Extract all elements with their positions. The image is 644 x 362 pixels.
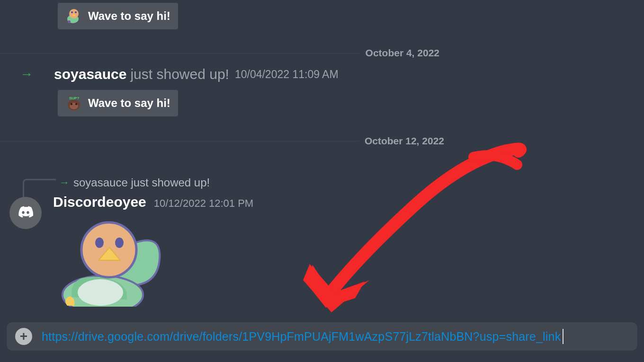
message-input-bar[interactable]: + https://drive.google.com/drive/folders… bbox=[7, 322, 637, 351]
date-divider: October 12, 2022 bbox=[0, 135, 644, 147]
svg-point-14 bbox=[95, 238, 104, 248]
svg-marker-17 bbox=[303, 264, 369, 312]
date-divider: October 4, 2022 bbox=[0, 47, 644, 59]
bird-sticker-icon bbox=[65, 8, 82, 25]
annotation-arrow bbox=[298, 142, 535, 312]
bird-wave-sticker[interactable] bbox=[53, 217, 162, 307]
svg-point-3 bbox=[75, 11, 77, 13]
join-timestamp: 10/04/2022 11:09 AM bbox=[235, 68, 339, 81]
text-cursor bbox=[563, 329, 564, 344]
join-arrow-icon: → bbox=[59, 177, 70, 189]
svg-point-2 bbox=[71, 11, 73, 13]
plus-icon: + bbox=[20, 330, 27, 343]
attach-button[interactable]: + bbox=[15, 328, 32, 345]
date-divider-label: October 4, 2022 bbox=[360, 47, 445, 59]
message-username[interactable]: Discordeoyee bbox=[53, 194, 146, 210]
sup-sticker-icon: SUP? bbox=[65, 95, 82, 112]
reply-reference[interactable]: → soyasauce just showed up! bbox=[59, 176, 210, 189]
join-username[interactable]: soyasauce bbox=[54, 66, 126, 82]
wave-button[interactable]: Wave to say hi! bbox=[58, 3, 178, 29]
svg-text:SUP?: SUP? bbox=[69, 96, 79, 100]
svg-point-9 bbox=[75, 103, 77, 105]
avatar[interactable] bbox=[9, 197, 42, 229]
wave-button-label: Wave to say hi! bbox=[88, 97, 170, 110]
reply-text: soyasauce just showed up! bbox=[73, 176, 210, 189]
join-arrow-icon: → bbox=[20, 67, 33, 82]
message-timestamp: 10/12/2022 12:01 PM bbox=[154, 197, 253, 210]
svg-point-5 bbox=[68, 20, 71, 23]
discord-logo-icon bbox=[15, 203, 36, 223]
wave-button-label: Wave to say hi! bbox=[88, 9, 170, 23]
join-event: → soyasauce just showed up! 10/04/2022 1… bbox=[0, 66, 644, 82]
message-row: Discordeoyee 10/12/2022 12:01 PM bbox=[9, 194, 253, 307]
wave-button[interactable]: SUP? Wave to say hi! bbox=[58, 90, 178, 116]
date-divider-label: October 12, 2022 bbox=[359, 135, 450, 147]
svg-point-12 bbox=[78, 279, 123, 306]
svg-point-8 bbox=[71, 103, 72, 105]
svg-point-15 bbox=[115, 238, 124, 248]
join-action-text: just showed up! bbox=[130, 66, 229, 82]
message-input-text[interactable]: https://drive.google.com/drive/folders/1… bbox=[42, 330, 561, 344]
